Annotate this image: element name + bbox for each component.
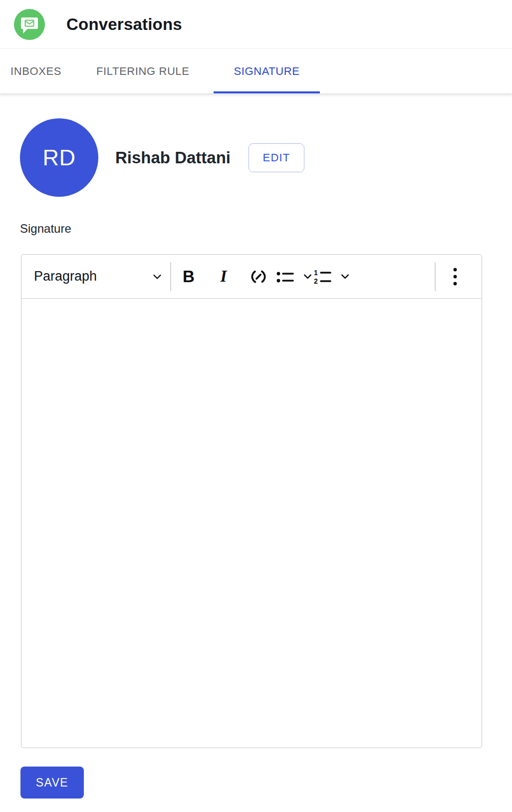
avatar: RD — [20, 118, 98, 197]
link-icon — [250, 268, 267, 286]
chevron-down-icon — [151, 271, 163, 283]
signature-editor-content[interactable] — [21, 299, 482, 748]
numbered-list-icon: 1 2 — [313, 268, 333, 285]
settings-tab-bar: INBOXES FILTERING RULE SIGNATURE — [0, 49, 512, 94]
profile-name: Rishab Dattani — [115, 148, 231, 167]
edit-button[interactable]: EDIT — [249, 143, 304, 172]
save-button-label: SAVE — [36, 776, 68, 790]
bulleted-list-button[interactable] — [276, 261, 313, 293]
signature-section-label: Signature — [20, 222, 512, 236]
tab-inboxes[interactable]: INBOXES — [0, 49, 72, 93]
more-options-button[interactable] — [436, 261, 475, 293]
save-button[interactable]: SAVE — [20, 767, 84, 799]
numbered-list-button[interactable]: 1 2 — [313, 261, 351, 293]
signature-editor: Paragraph B I — [21, 254, 482, 748]
svg-text:1: 1 — [314, 269, 318, 277]
profile-section: RD Rishab Dattani EDIT — [0, 118, 512, 197]
kebab-menu-icon — [453, 267, 458, 287]
chevron-down-icon — [339, 271, 351, 282]
bulleted-list-icon — [276, 269, 296, 285]
tab-filtering-rule[interactable]: FILTERING RULE — [72, 49, 214, 93]
tab-signature[interactable]: SIGNATURE — [214, 49, 319, 93]
chevron-down-icon — [302, 271, 313, 282]
page-title: Conversations — [66, 15, 182, 34]
edit-button-label: EDIT — [263, 151, 290, 164]
italic-button[interactable]: I — [206, 261, 241, 293]
bold-button[interactable]: B — [171, 261, 206, 293]
bold-icon: B — [183, 267, 195, 286]
app-header: Conversations — [0, 0, 512, 49]
paragraph-style-value: Paragraph — [34, 269, 97, 284]
italic-icon: I — [221, 267, 227, 286]
svg-text:2: 2 — [314, 277, 318, 285]
link-button[interactable] — [241, 261, 276, 293]
editor-toolbar: Paragraph B I — [21, 255, 482, 299]
paragraph-style-dropdown[interactable]: Paragraph — [21, 255, 170, 298]
conversations-app-icon — [14, 9, 45, 40]
avatar-initials: RD — [43, 145, 76, 171]
